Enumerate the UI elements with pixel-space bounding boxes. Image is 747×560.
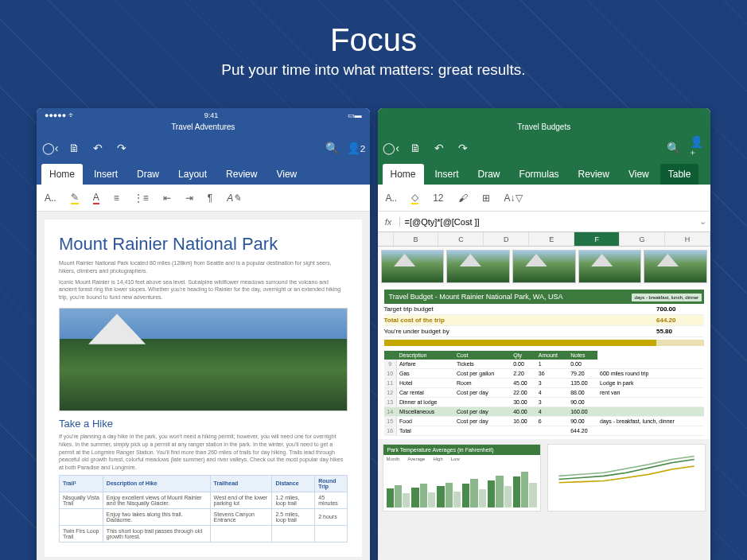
- bar-group: [411, 466, 435, 508]
- tab-view[interactable]: View: [268, 164, 305, 185]
- trails-table: Trail¹Description of HikeTrailheadDistan…: [59, 475, 348, 542]
- temperature-bar-chart: Park Temperature Averages (in Fahrenheit…: [383, 444, 541, 511]
- word-content[interactable]: Mount Rainier National Park Mount Rainie…: [37, 212, 370, 560]
- tab-draw[interactable]: Draw: [470, 164, 508, 185]
- tab-insert[interactable]: Insert: [86, 164, 126, 185]
- table-row[interactable]: 15FoodCost per day16.00690.00days - brea…: [384, 417, 705, 426]
- word-statusbar: ●●●●● ᯤ 9:41 ▭▬: [37, 108, 370, 122]
- excel-statusbar: [378, 108, 711, 122]
- fill-color-icon[interactable]: ◇: [411, 192, 418, 204]
- doc-para: If you're planning a day hike in the par…: [59, 433, 348, 472]
- font-color-icon[interactable]: A: [93, 192, 99, 204]
- redo-icon[interactable]: ↷: [456, 141, 470, 155]
- table-row[interactable]: 11HotelRoom45.003135.00Lodge in park: [384, 379, 705, 388]
- chevron-down-icon[interactable]: ⌄: [694, 216, 710, 227]
- word-toolbar: ◯‹ 🗎 ↶ ↷ 🔍 👤2: [37, 135, 370, 161]
- excel-content[interactable]: Travel Budget - Mount Rainier National P…: [378, 247, 711, 560]
- tab-home[interactable]: Home: [383, 164, 424, 185]
- format-painter-icon[interactable]: 🖌: [458, 192, 468, 204]
- doc-image: [59, 308, 348, 411]
- chart-title: Park Temperature Averages (in Fahrenheit…: [383, 445, 540, 455]
- font-picker[interactable]: A..: [386, 192, 398, 204]
- table-row[interactable]: 13Dinner at lodge30.00390.00: [384, 398, 705, 407]
- word-doc-title: Travel Adventures: [37, 122, 370, 135]
- styles-icon[interactable]: A✎: [227, 192, 241, 204]
- font-picker[interactable]: A..: [45, 192, 56, 204]
- search-icon[interactable]: 🔍: [666, 141, 680, 155]
- expense-table[interactable]: DescriptionCostQtyAmountNotes 9AirfareTi…: [384, 351, 705, 436]
- table-row[interactable]: 10GasCost per gallon2.203679.20600 miles…: [384, 369, 705, 379]
- indent-icon[interactable]: ⇥: [185, 192, 193, 204]
- document-page: Mount Rainier National Park Mount Rainie…: [45, 220, 362, 557]
- back-icon[interactable]: ◯‹: [384, 141, 399, 155]
- bar-group: [387, 466, 410, 508]
- battery-icon: ▭▬: [348, 111, 362, 119]
- undo-icon[interactable]: ↶: [432, 141, 446, 155]
- tab-table[interactable]: Table: [660, 164, 699, 185]
- formula-bar: fx ⌄: [378, 212, 711, 232]
- insert-cells-icon[interactable]: ⊞: [482, 192, 490, 204]
- doc-para: Mount Rainier National Park located 80 m…: [59, 259, 348, 275]
- tab-review[interactable]: Review: [218, 164, 265, 185]
- tab-insert[interactable]: Insert: [427, 164, 467, 185]
- thumbnail: [644, 250, 707, 283]
- col-header[interactable]: G: [620, 232, 665, 246]
- numbering-icon[interactable]: ⋮≡: [134, 192, 149, 204]
- highlight-icon[interactable]: ✎: [71, 192, 79, 204]
- budget-row: Total cost of the trip644.20: [384, 315, 705, 326]
- tab-home[interactable]: Home: [41, 164, 83, 185]
- legend-item: Low: [451, 457, 460, 461]
- table-row[interactable]: 9AirfareTickets0.0010.00: [384, 360, 705, 369]
- callout: days - breakfast, lunch, dinner: [631, 293, 702, 302]
- word-ribbon: A.. ✎ A ≡ ⋮≡ ⇤ ⇥ ¶ A✎: [37, 185, 370, 212]
- table-row[interactable]: 12Car rentalCost per day22.00488.00rent …: [384, 388, 705, 398]
- charts: Park Temperature Averages (in Fahrenheit…: [378, 439, 711, 516]
- col-header[interactable]: H: [665, 232, 710, 246]
- redo-icon[interactable]: ↷: [115, 141, 129, 155]
- thumbnail: [381, 250, 445, 283]
- column-headers[interactable]: BCDEFGH: [378, 232, 711, 247]
- excel-toolbar: ◯‹ 🗎 ↶ ↷ 🔍 👤⁺: [378, 135, 711, 161]
- font-size[interactable]: 12: [433, 192, 443, 204]
- doc-para: Iconic Mount Rainier is 14,410 feet abov…: [59, 278, 348, 301]
- budget-row: You're under budget by55.80: [384, 326, 705, 337]
- col-header[interactable]: C: [438, 232, 484, 246]
- table-row[interactable]: 14MiscellaneousCost per day40.004160.00: [384, 407, 705, 417]
- tab-view[interactable]: View: [621, 164, 657, 185]
- bullets-icon[interactable]: ≡: [114, 192, 119, 204]
- table-header: Trailhead: [210, 475, 272, 492]
- undo-icon[interactable]: ↶: [91, 141, 105, 155]
- thumbnail: [578, 250, 642, 283]
- col-header[interactable]: E: [529, 232, 574, 246]
- col-header[interactable]: D: [484, 232, 529, 246]
- col-header[interactable]: B: [394, 232, 439, 246]
- legend-item: High: [433, 457, 442, 461]
- file-icon[interactable]: 🗎: [67, 141, 81, 155]
- formula-input[interactable]: [400, 217, 695, 227]
- tab-formulas[interactable]: Formulas: [512, 164, 567, 185]
- carrier-dots: ●●●●● ᯤ: [45, 111, 76, 119]
- excel-tabs: HomeInsertDrawFormulasReviewViewTable: [378, 161, 711, 185]
- outdent-icon[interactable]: ⇤: [163, 192, 171, 204]
- table-row[interactable]: 16Total644.20: [384, 426, 705, 436]
- sort-filter-icon[interactable]: A↓▽: [504, 192, 523, 204]
- paragraph-icon[interactable]: ¶: [208, 192, 212, 204]
- legend-item: Month: [387, 457, 400, 461]
- search-icon[interactable]: 🔍: [325, 141, 340, 155]
- table-header: Round Trip: [315, 475, 347, 492]
- clock: 9:41: [204, 111, 219, 119]
- file-icon[interactable]: 🗎: [408, 141, 422, 155]
- tab-review[interactable]: Review: [570, 164, 617, 185]
- col-header[interactable]: F: [574, 232, 620, 246]
- budget-bar: [384, 340, 705, 346]
- table-row: Twin Firs Loop TrailThis short loop trai…: [60, 525, 348, 542]
- budget-row: Target trip budget700.00: [384, 304, 705, 315]
- doc-subheading: Take a Hike: [59, 418, 348, 430]
- account-icon[interactable]: 👤2: [349, 141, 364, 155]
- tab-draw[interactable]: Draw: [129, 164, 167, 185]
- doc-heading: Mount Rainier National Park: [59, 234, 348, 255]
- tab-layout[interactable]: Layout: [170, 164, 215, 185]
- table-row: Nisqually Vista TrailEnjoy excellent vie…: [60, 492, 348, 508]
- back-icon[interactable]: ◯‹: [43, 141, 57, 155]
- share-icon[interactable]: 👤⁺: [690, 141, 704, 155]
